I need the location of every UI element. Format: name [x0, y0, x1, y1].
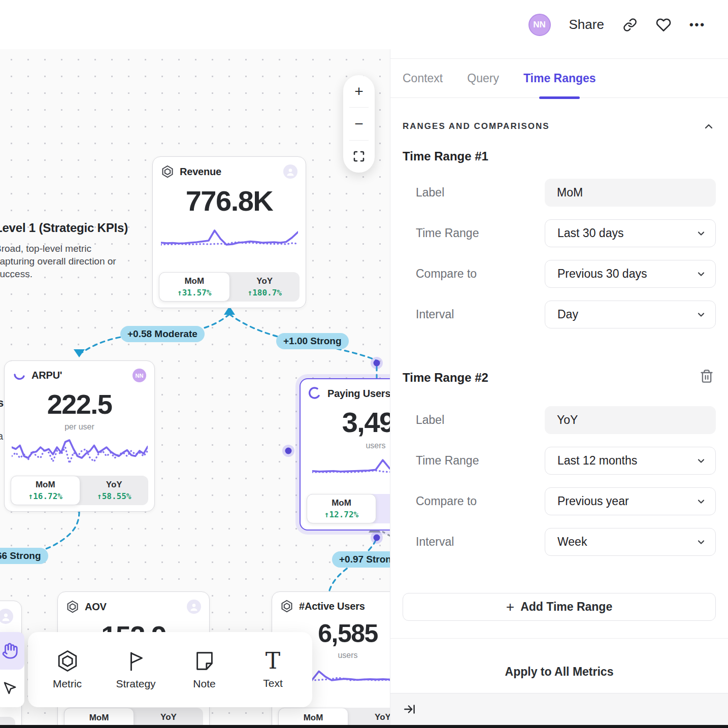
toggle-value: ↑180.7% — [248, 288, 282, 297]
fit-view-button[interactable] — [343, 141, 375, 173]
zoom-out-button[interactable]: − — [343, 108, 375, 140]
toggle-label: MoM — [184, 276, 204, 286]
toggle-mom[interactable]: MoM ↑31.57% — [159, 272, 230, 302]
clipped-text-fragment: a — [0, 431, 3, 442]
metric-card-revenue[interactable]: Revenue 776.8K MoM ↑31.57% YoY ↑180.7% — [152, 156, 306, 308]
trash-icon — [700, 369, 714, 383]
chevron-down-icon — [696, 497, 706, 507]
toggle-yoy[interactable]: YoY — [348, 708, 390, 725]
owner-avatar-placeholder — [187, 600, 201, 614]
toggle-value: ↑12.72% — [324, 510, 358, 519]
level-note-description: Broad, top-level metric capturing overal… — [0, 242, 129, 280]
app-root: Level 1 (Strategic KPIs) Broad, top-leve… — [0, 0, 728, 728]
toggle-mom[interactable]: MoM ↑12.72% — [307, 494, 376, 523]
select-tool-button[interactable] — [0, 670, 24, 707]
active-tab-underline — [539, 96, 580, 99]
sparkline — [161, 227, 298, 253]
user-avatar[interactable]: NN — [528, 14, 551, 36]
metric-hexagon-icon — [66, 600, 79, 613]
tab-context[interactable]: Context — [403, 59, 443, 97]
select-value: Week — [557, 535, 587, 549]
connection-handle-halo — [371, 357, 383, 369]
correlation-chip: +0.97 Strong — [332, 551, 390, 568]
card-title: ARPU' — [31, 370, 62, 381]
hand-icon — [1, 642, 18, 659]
toggle-yoy[interactable]: YoY — [376, 494, 390, 523]
toggle-yoy[interactable]: YoY — [0, 717, 15, 725]
metric-value: 3,495 — [301, 408, 390, 437]
connection-handle[interactable] — [374, 360, 380, 367]
bottom-edge-strip — [0, 725, 728, 728]
field-label: Time Range — [416, 226, 479, 240]
tab-query[interactable]: Query — [467, 59, 499, 97]
toggle-yoy[interactable]: YoY ↑180.7% — [230, 272, 300, 302]
favorite-button[interactable] — [656, 17, 671, 32]
tab-time-ranges[interactable]: Time Ranges — [523, 59, 596, 97]
label-input[interactable]: MoM — [545, 179, 716, 207]
loading-arc-icon — [309, 387, 322, 400]
correlation-chip: +0.58 Moderate — [120, 326, 205, 342]
toggle-label: MoM — [36, 480, 55, 490]
sparkline — [312, 456, 390, 481]
collapse-panel-button[interactable] — [403, 703, 416, 716]
interval-select[interactable]: Day — [545, 301, 716, 328]
add-time-range-button[interactable]: + Add Time Range — [403, 593, 716, 621]
add-text-button[interactable]: T Text — [243, 650, 304, 689]
connection-handle[interactable] — [285, 448, 292, 454]
toggle-label: MoM — [332, 498, 351, 508]
more-options-button[interactable]: ••• — [689, 18, 706, 31]
share-button[interactable]: Share — [569, 17, 604, 32]
cursor-icon — [2, 681, 17, 696]
comparison-toggle: MoM YoY — [64, 708, 203, 725]
plus-icon: + — [506, 600, 514, 614]
level-note: Level 1 (Strategic KPIs) Broad, top-leve… — [0, 221, 129, 280]
add-strategy-button[interactable]: Strategy — [106, 649, 167, 690]
toggle-value: ↑31.57% — [177, 288, 211, 297]
label-input[interactable]: YoY — [545, 406, 716, 434]
pan-tool-button[interactable] — [0, 632, 24, 670]
toggle-yoy[interactable]: YoY ↑58.55% — [80, 476, 149, 505]
comparison-toggle: MoM YoY — [278, 708, 390, 725]
chevron-down-icon — [696, 456, 706, 466]
metric-value: 776.8K — [153, 187, 306, 215]
time-range-select[interactable]: Last 30 days — [545, 219, 716, 247]
toggle-value: ↑16.72% — [28, 491, 62, 501]
panel-tabs: Context Query Time Ranges — [390, 58, 728, 98]
toggle-yoy[interactable]: YoY — [134, 708, 203, 725]
delete-time-range-button[interactable] — [700, 369, 714, 383]
collapse-section-button[interactable] — [703, 120, 715, 133]
section-header: RANGES AND COMPARISONS — [403, 120, 715, 133]
metric-unit: per user — [5, 422, 154, 432]
time-range-select[interactable]: Last 12 months — [545, 447, 716, 475]
metric-card-paying-users[interactable]: Paying Users' 3,495 users MoM ↑12.72% Yo… — [300, 378, 390, 531]
interval-select[interactable]: Week — [545, 528, 716, 556]
metric-card-arpu[interactable]: ARPU' NN 222.5 per user MoM ↑16.72% YoY … — [4, 360, 155, 512]
toggle-mom[interactable]: MoM — [278, 708, 348, 725]
metric-tree-canvas[interactable]: Level 1 (Strategic KPIs) Broad, top-leve… — [0, 49, 390, 725]
toggle-mom[interactable]: MoM ↑16.72% — [11, 476, 80, 505]
connection-handle[interactable] — [374, 535, 380, 541]
field-label: Time Range — [416, 454, 479, 468]
toggle-mom[interactable]: MoM — [64, 708, 134, 725]
comparison-toggle: MoM ↑31.57% YoY ↑180.7% — [159, 272, 300, 302]
toggle-label: YoY — [256, 276, 273, 286]
section-title: RANGES AND COMPARISONS — [403, 121, 550, 131]
compare-to-select[interactable]: Previous year — [545, 487, 716, 515]
canvas-mode-tools — [0, 632, 24, 707]
clipped-text-fragment: s — [0, 396, 4, 410]
zoom-in-button[interactable]: + — [343, 75, 375, 107]
insert-toolbar: Metric Strategy Note T Text — [28, 632, 312, 707]
tool-label: Metric — [53, 678, 82, 690]
copy-link-button[interactable] — [622, 17, 638, 32]
add-note-button[interactable]: Note — [174, 649, 235, 690]
toggle-label: MoM — [89, 713, 109, 723]
metric-hexagon-icon — [161, 165, 174, 178]
add-metric-button[interactable]: Metric — [37, 649, 98, 690]
apply-to-all-metrics-button[interactable]: Apply to All Metrics — [390, 656, 728, 687]
sparkline — [12, 437, 148, 472]
collaborator-badge: NN — [133, 369, 146, 382]
select-value: Last 30 days — [557, 226, 623, 240]
chevron-down-icon — [696, 310, 706, 320]
compare-to-select[interactable]: Previous 30 days — [545, 260, 716, 288]
select-value: Previous 30 days — [557, 267, 647, 281]
